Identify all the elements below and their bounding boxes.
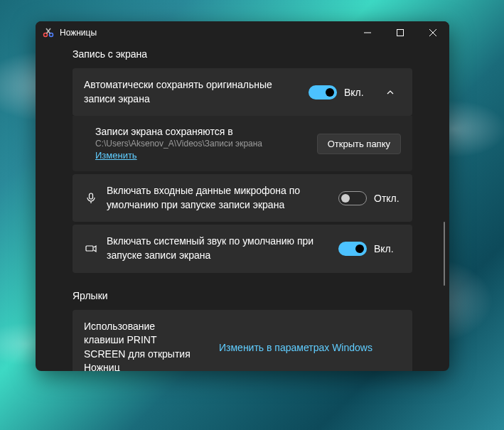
setting-autosave[interactable]: Автоматически сохранять оригинальные зап… — [73, 68, 412, 116]
system-audio-icon — [84, 242, 98, 255]
titlebar[interactable]: Ножницы — [36, 21, 449, 44]
close-button[interactable] — [417, 21, 449, 44]
maximize-button[interactable] — [384, 21, 417, 44]
shortcut-settings-link[interactable]: Изменить в параметрах Windows — [219, 342, 372, 353]
system-audio-label: Включать системный звук по умолчанию при… — [107, 235, 330, 262]
save-location-title: Записи экрана сохраняются в — [95, 126, 306, 137]
window-title: Ножницы — [60, 28, 351, 38]
section-recording-title: Запись с экрана — [73, 48, 412, 60]
microphone-icon — [84, 192, 98, 205]
app-icon — [43, 27, 54, 38]
svg-point-0 — [44, 33, 48, 37]
save-location-path: C:\Users\Aksenov_A\Videos\Записи экрана — [95, 139, 306, 149]
microphone-label: Включать входные данные микрофона по умо… — [107, 184, 330, 212]
autosave-toggle[interactable] — [309, 85, 337, 100]
setting-microphone: Включать входные данные микрофона по умо… — [73, 174, 412, 222]
svg-rect-8 — [90, 193, 93, 199]
setting-system-audio: Включать системный звук по умолчанию при… — [73, 225, 412, 272]
open-folder-button[interactable]: Открыть папку — [317, 134, 401, 154]
scrollbar-thumb[interactable] — [444, 222, 445, 286]
autosave-label: Автоматически сохранять оригинальные зап… — [84, 78, 300, 106]
system-audio-state: Вкл. — [374, 243, 401, 254]
svg-rect-5 — [397, 30, 404, 36]
section-shortcuts-title: Ярлыки — [73, 290, 412, 301]
svg-rect-10 — [86, 246, 93, 251]
autosave-state: Вкл. — [344, 87, 371, 98]
chevron-up-icon[interactable] — [380, 88, 401, 97]
shortcut-label: Использование клавиши PRINT SCREEN для о… — [84, 320, 191, 371]
microphone-state: Откл. — [374, 193, 401, 204]
svg-point-1 — [50, 33, 53, 37]
save-location-panel: Записи экрана сохраняются в C:\Users\Aks… — [73, 116, 412, 171]
system-audio-toggle[interactable] — [338, 242, 367, 256]
microphone-toggle[interactable] — [338, 191, 367, 205]
shortcut-printscreen: Использование клавиши PRINT SCREEN для о… — [73, 310, 412, 371]
window-controls — [351, 21, 449, 44]
change-location-link[interactable]: Изменить — [95, 150, 137, 161]
minimize-button[interactable] — [351, 21, 384, 44]
app-window: Ножницы Запись с экрана Автоматически со… — [36, 21, 449, 371]
settings-content: Запись с экрана Автоматически сохранять … — [36, 44, 449, 371]
